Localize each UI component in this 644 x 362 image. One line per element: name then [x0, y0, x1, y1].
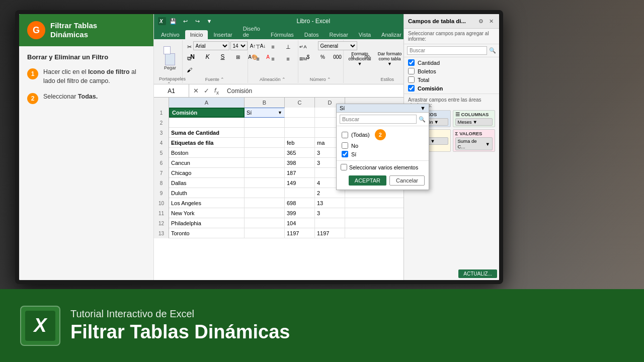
cell-A2[interactable]: [169, 118, 245, 128]
cell-C7[interactable]: 187: [285, 168, 315, 178]
border-btn[interactable]: ⊞: [231, 51, 245, 62]
cell-A1[interactable]: Comisión: [169, 108, 245, 118]
cell-C2[interactable]: [285, 118, 315, 128]
redo-qat-btn[interactable]: ↪: [192, 16, 202, 26]
cell-A11[interactable]: New York: [169, 208, 245, 218]
cell-C11[interactable]: 399: [285, 208, 315, 218]
align-right-btn[interactable]: ≡: [281, 53, 295, 64]
font-size-select[interactable]: 14: [230, 41, 248, 50]
align-middle-btn[interactable]: ≡: [266, 41, 280, 52]
field-checkbox-comision[interactable]: [408, 85, 415, 92]
cell-C1[interactable]: [285, 108, 315, 118]
cell-B2[interactable]: [245, 118, 285, 128]
col-header-C[interactable]: C: [285, 98, 315, 108]
fields-close-btn[interactable]: ✕: [487, 17, 495, 25]
cell-C6[interactable]: 398: [285, 158, 315, 168]
valores-chip-suma[interactable]: Suma de C... ▼: [455, 137, 493, 150]
cell-B7[interactable]: [245, 168, 285, 178]
conditional-format-btn[interactable]: Formato condicional ▼: [347, 54, 373, 63]
col-header-B[interactable]: B: [245, 98, 285, 108]
field-item-boletos[interactable]: Boletos: [404, 67, 499, 75]
cell-B4[interactable]: [245, 138, 285, 148]
filter-checkbox-si[interactable]: [342, 151, 348, 157]
field-item-comision[interactable]: Comisión: [404, 84, 499, 93]
filter-item-no[interactable]: No: [337, 141, 429, 150]
cell-D10[interactable]: 13: [315, 198, 345, 208]
tab-insertar[interactable]: Insertar: [208, 30, 237, 39]
currency-btn[interactable]: $: [301, 51, 315, 62]
filter-item-si[interactable]: Sí: [337, 150, 429, 158]
qat-more-btn[interactable]: ▼: [204, 16, 214, 26]
cell-B12[interactable]: [245, 218, 285, 228]
cell-A6[interactable]: Cancun: [169, 158, 245, 168]
cell-D13[interactable]: 1197: [315, 228, 345, 238]
cell-C12[interactable]: 104: [285, 218, 315, 228]
cell-B10[interactable]: [245, 198, 285, 208]
align-left-btn[interactable]: ≡: [251, 53, 265, 64]
insert-function-btn[interactable]: fx: [212, 85, 221, 97]
cell-C5[interactable]: 365: [285, 148, 315, 158]
cell-A12[interactable]: Philadelphia: [169, 218, 245, 228]
align-center-btn[interactable]: ≡: [266, 53, 280, 64]
format-table-btn[interactable]: Dar formato como tabla ▼: [375, 54, 405, 63]
cell-C9[interactable]: [285, 188, 315, 198]
cell-A7-chicago[interactable]: Chicago: [169, 168, 245, 178]
field-checkbox-total[interactable]: [408, 76, 415, 83]
area-columnas[interactable]: ☰ COLUMNAS Meses ▼: [453, 110, 496, 127]
field-item-cantidad[interactable]: Cantidad: [404, 58, 499, 67]
cell-B11[interactable]: [245, 208, 285, 218]
cell-B8[interactable]: [245, 178, 285, 188]
fields-search-input[interactable]: [407, 46, 487, 55]
tab-revisar[interactable]: Revisar: [325, 30, 353, 39]
tab-vista[interactable]: Vista: [354, 30, 376, 39]
field-checkbox-boletos[interactable]: [408, 68, 415, 74]
cell-B3[interactable]: [245, 128, 285, 138]
cell-A13[interactable]: Toronto: [169, 228, 245, 238]
cell-A8[interactable]: Dallas: [169, 178, 245, 188]
filter-accept-btn[interactable]: ACEPTAR: [349, 175, 386, 186]
save-qat-btn[interactable]: 💾: [168, 16, 178, 26]
percent-btn[interactable]: %: [316, 51, 330, 62]
cell-D11[interactable]: 3: [315, 208, 345, 218]
tab-datos[interactable]: Datos: [299, 30, 324, 39]
bold-btn[interactable]: N: [186, 51, 200, 62]
align-top-btn[interactable]: ⊤: [251, 41, 265, 52]
area-valores[interactable]: Σ VALORES Suma de C... ▼: [453, 129, 496, 152]
cell-B9[interactable]: [245, 188, 285, 198]
align-bottom-btn[interactable]: ⊥: [281, 41, 295, 52]
tab-formulas[interactable]: Fórmulas: [266, 30, 299, 39]
comma-btn[interactable]: 000: [331, 51, 345, 62]
col-header-A[interactable]: A: [169, 98, 245, 108]
cell-A4[interactable]: Etiquetas de fila: [169, 138, 245, 148]
undo-qat-btn[interactable]: ↩: [180, 16, 190, 26]
tab-analizar[interactable]: Analizar: [376, 30, 407, 39]
cell-A5[interactable]: Boston: [169, 148, 245, 158]
cell-C8[interactable]: 149: [285, 178, 315, 188]
underline-btn[interactable]: S: [216, 51, 230, 62]
tab-inicio[interactable]: Inicio: [185, 30, 208, 39]
tab-archivo[interactable]: Archivo: [156, 30, 185, 39]
fields-settings-btn[interactable]: ⚙: [477, 17, 485, 25]
select-multiple-checkbox[interactable]: [341, 164, 347, 170]
filter-cancel-btn[interactable]: Cancelar: [389, 175, 425, 186]
columnas-chip-meses[interactable]: Meses ▼: [455, 118, 493, 126]
filter-checkbox-no[interactable]: [342, 142, 348, 149]
actualize-button[interactable]: ACTUALIZ...: [458, 269, 497, 278]
italic-btn[interactable]: K: [201, 51, 215, 62]
cell-B6[interactable]: [245, 158, 285, 168]
cell-C10[interactable]: 698: [285, 198, 315, 208]
cell-B1[interactable]: Sí ▼: [245, 108, 285, 118]
cell-C13[interactable]: 1197: [285, 228, 315, 238]
paste-button[interactable]: Pegar: [159, 45, 181, 72]
filter-checkbox-todas[interactable]: [342, 132, 348, 138]
cell-A10[interactable]: Los Angeles: [169, 198, 245, 208]
cell-C3[interactable]: [285, 128, 315, 138]
cell-B13[interactable]: [245, 228, 285, 238]
cell-B5[interactable]: [245, 148, 285, 158]
field-checkbox-cantidad[interactable]: [408, 59, 415, 66]
filter-dropdown-icon[interactable]: ▼: [278, 110, 282, 115]
filter-search-input[interactable]: [340, 115, 417, 124]
confirm-formula-btn[interactable]: ✓: [202, 86, 211, 96]
tab-diseno[interactable]: Diseño de: [238, 24, 265, 39]
cell-A3[interactable]: Suma de Cantidad: [169, 128, 245, 138]
